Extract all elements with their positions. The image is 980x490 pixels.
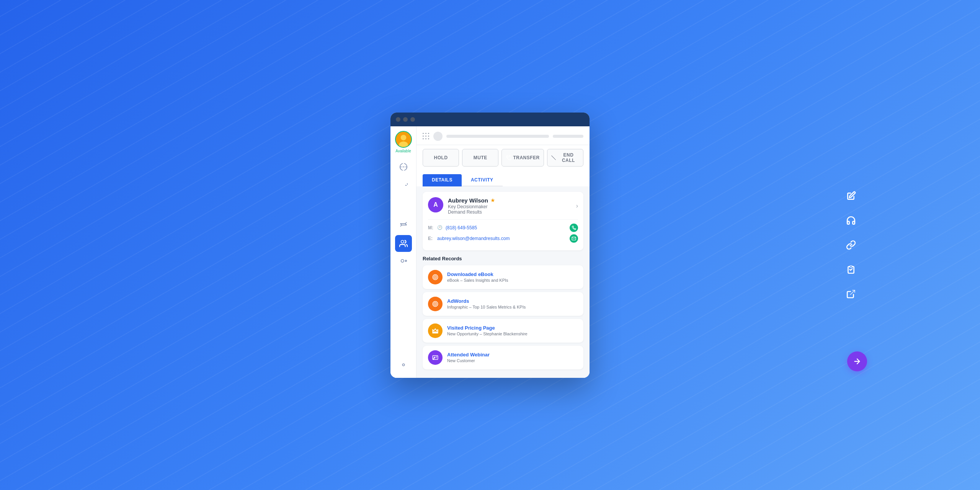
phone-number[interactable]: (818) 649-5585 bbox=[446, 225, 567, 230]
app-body: Available bbox=[390, 126, 590, 378]
svg-point-12 bbox=[402, 364, 405, 366]
record-info-pricing: Visited Pricing Page New Opportunity – S… bbox=[447, 325, 578, 336]
transfer-icon bbox=[399, 220, 408, 229]
grid-icon[interactable] bbox=[423, 133, 430, 140]
clipboard-icon[interactable] bbox=[844, 263, 858, 276]
sidebar-avatar-wrap: Available bbox=[395, 131, 412, 153]
record-info-adwords: AdWords Infographic – Top 10 Sales Metri… bbox=[447, 298, 578, 309]
sidebar-item-refresh[interactable] bbox=[395, 178, 412, 194]
app-window: Available bbox=[390, 113, 590, 378]
edit-icon[interactable] bbox=[844, 189, 858, 203]
record-subtitle-webinar: New Customer bbox=[447, 358, 578, 363]
related-records-title: Related Records bbox=[423, 256, 583, 261]
record-info-ebook: Downloaded eBook eBook – Sales Insights … bbox=[447, 271, 578, 283]
tabs-bar: Details Activity bbox=[416, 170, 590, 186]
svg-line-1 bbox=[850, 290, 855, 295]
cta-arrow-button[interactable]: path{stroke:white;stroke-width:2.5;fill:… bbox=[847, 351, 867, 371]
target-icon-2 bbox=[432, 301, 439, 307]
hold-button[interactable]: Hold bbox=[423, 149, 459, 167]
contact-details: M: 🕐 (818) 649-5585 E: bbox=[428, 219, 578, 243]
sidebar-item-transfer[interactable] bbox=[395, 216, 412, 233]
grid-dot bbox=[423, 136, 424, 137]
email-send-button[interactable] bbox=[570, 234, 578, 243]
svg-point-16 bbox=[435, 276, 436, 278]
avatar-svg bbox=[396, 131, 411, 148]
record-subtitle-pricing: New Opportunity – Stephanie Blackenshire bbox=[447, 332, 578, 336]
record-icon-ebook bbox=[428, 270, 443, 284]
tab-activity[interactable]: Activity bbox=[462, 174, 503, 186]
grid-dot bbox=[425, 133, 426, 134]
right-panel bbox=[844, 189, 858, 301]
sidebar-item-globe[interactable] bbox=[395, 158, 412, 175]
clock-icon: 🕐 bbox=[437, 225, 443, 230]
target-icon bbox=[432, 274, 439, 281]
window-dot-yellow bbox=[403, 117, 408, 122]
record-card-pricing[interactable]: Visited Pricing Page New Opportunity – S… bbox=[423, 319, 583, 343]
title-bar-pill-1 bbox=[446, 135, 549, 138]
grid-dot bbox=[428, 136, 429, 137]
arrow-right-icon: path{stroke:white;stroke-width:2.5;fill:… bbox=[853, 357, 861, 366]
record-card-webinar[interactable]: Attended Webinar New Customer bbox=[423, 346, 583, 369]
outer-background: path{stroke:white;stroke-width:2.5;fill:… bbox=[0, 0, 980, 490]
grid-dot bbox=[428, 138, 429, 139]
contact-name-row: Aubrey Wilson ★ bbox=[448, 197, 572, 204]
call-controls: Hold Mute Transfer En bbox=[416, 145, 590, 170]
avatar[interactable] bbox=[395, 131, 412, 148]
email-icon bbox=[572, 236, 576, 241]
team-icon bbox=[399, 258, 408, 267]
person-card-icon bbox=[432, 354, 439, 361]
record-title-adwords: AdWords bbox=[447, 298, 578, 304]
record-subtitle-adwords: Infographic – Top 10 Sales Metrics & KPI… bbox=[447, 305, 578, 309]
contacts-icon bbox=[399, 239, 408, 248]
phone-icon bbox=[572, 225, 576, 230]
chevron-right-icon[interactable]: › bbox=[576, 203, 578, 209]
phone-row: M: 🕐 (818) 649-5585 bbox=[428, 224, 578, 232]
contact-info: Aubrey Wilson ★ Key Decisionmaker Demand… bbox=[448, 197, 572, 215]
sidebar: Available bbox=[390, 126, 416, 378]
star-icon: ★ bbox=[490, 197, 495, 203]
grid-dot bbox=[423, 138, 424, 139]
svg-point-10 bbox=[401, 259, 403, 262]
record-icon-pricing bbox=[428, 323, 443, 338]
svg-point-9 bbox=[401, 240, 403, 243]
title-bar bbox=[390, 113, 590, 126]
record-title-webinar: Attended Webinar bbox=[447, 352, 578, 358]
mute-button[interactable]: Mute bbox=[462, 149, 498, 167]
transfer-button[interactable]: Transfer bbox=[501, 149, 544, 167]
record-card-adwords[interactable]: AdWords Infographic – Top 10 Sales Metri… bbox=[423, 292, 583, 316]
end-call-icon bbox=[551, 155, 556, 160]
content-area: A Aubrey Wilson ★ Key Decisionmaker Dema… bbox=[416, 186, 590, 378]
record-title-pricing: Visited Pricing Page bbox=[447, 325, 578, 331]
external-link-icon[interactable] bbox=[844, 287, 858, 301]
record-title-ebook: Downloaded eBook bbox=[447, 271, 578, 277]
grid-dot bbox=[423, 133, 424, 134]
contact-avatar: A bbox=[428, 197, 443, 212]
record-subtitle-ebook: eBook – Sales Insights and KPIs bbox=[447, 278, 578, 283]
link-icon[interactable] bbox=[844, 238, 858, 252]
title-bar-pill-2 bbox=[553, 135, 583, 138]
window-dot-red bbox=[396, 117, 400, 122]
phone-call-button[interactable] bbox=[570, 224, 578, 232]
transfer-phone-icon bbox=[506, 155, 511, 160]
record-card-ebook[interactable]: Downloaded eBook eBook – Sales Insights … bbox=[423, 265, 583, 289]
headphones-icon[interactable] bbox=[844, 214, 858, 227]
record-icon-adwords bbox=[428, 297, 443, 311]
record-info-webinar: Attended Webinar New Customer bbox=[447, 352, 578, 363]
end-call-button[interactable]: End Call bbox=[547, 149, 583, 167]
contact-title: Key Decisionmaker bbox=[448, 204, 572, 209]
record-icon-webinar bbox=[428, 350, 443, 365]
svg-point-21 bbox=[434, 356, 435, 358]
grid-dot bbox=[428, 133, 429, 134]
contact-name: Aubrey Wilson bbox=[448, 197, 488, 204]
crown-icon bbox=[432, 327, 439, 334]
sidebar-item-settings[interactable] bbox=[395, 356, 412, 373]
sidebar-item-team[interactable] bbox=[395, 254, 412, 271]
email-value[interactable]: aubrey.wilson@demandresults.com bbox=[437, 236, 567, 241]
sidebar-item-contacts[interactable] bbox=[395, 235, 412, 252]
email-row: E: aubrey.wilson@demandresults.com bbox=[428, 234, 578, 243]
main-content: Hold Mute Transfer En bbox=[416, 126, 590, 378]
refresh-icon bbox=[399, 182, 408, 190]
contact-company: Demand Results bbox=[448, 209, 572, 215]
sidebar-item-chat[interactable] bbox=[395, 197, 412, 214]
tab-details[interactable]: Details bbox=[423, 174, 462, 186]
